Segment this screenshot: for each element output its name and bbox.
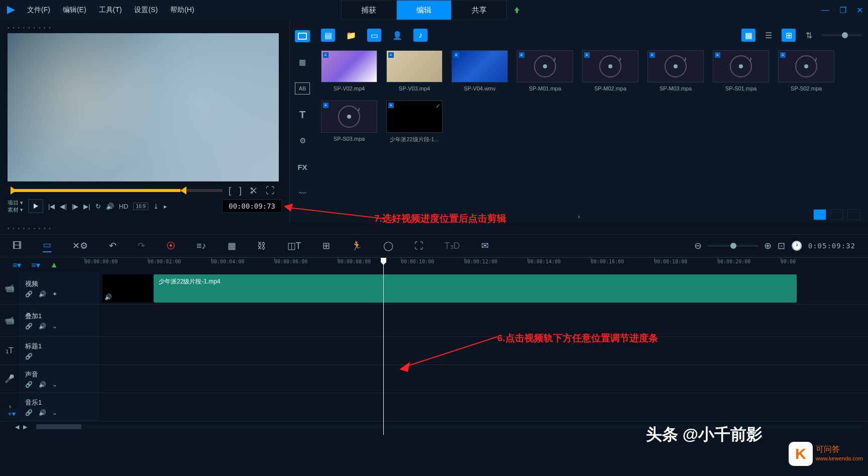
library-item[interactable]: ≡SP-S02.mpa — [778, 50, 834, 91]
track-expand-icon[interactable]: ⌄ — [52, 409, 57, 416]
thumb-zoom-slider[interactable] — [822, 34, 862, 36]
sidetab-fx-icon[interactable]: FX — [295, 161, 310, 173]
video-preview[interactable] — [8, 33, 279, 181]
track-voice-icon[interactable]: 🎤 — [0, 365, 19, 393]
sidetab-settings-icon[interactable]: ⚙ — [295, 135, 310, 147]
next-frame-icon[interactable]: |▶ — [72, 203, 78, 210]
mark-out-button[interactable]: ] — [237, 185, 244, 196]
go-end-icon[interactable]: ▶| — [83, 203, 90, 210]
library-item[interactable]: ≡SP-S01.mpa — [713, 50, 769, 91]
ruler-menu-1-icon[interactable]: ≡▾ — [13, 260, 21, 270]
more-icon[interactable]: ▸ — [164, 203, 167, 210]
record-icon[interactable]: ⦿ — [166, 241, 175, 251]
playhead[interactable] — [383, 258, 384, 435]
zoom-in-icon[interactable]: ⊕ — [764, 240, 772, 251]
sidetab-media-icon[interactable] — [295, 30, 310, 42]
scroll-right-icon[interactable]: ▶ — [23, 424, 27, 430]
ratio-toggle[interactable]: 16:9 — [133, 203, 148, 210]
folder-add-icon[interactable]: 📁 — [344, 29, 358, 42]
track-overlay-icon[interactable]: 📹 — [0, 305, 19, 336]
multi-view-icon[interactable]: ⊞ — [322, 240, 330, 251]
timeline-zoom-slider[interactable] — [708, 245, 758, 247]
library-item[interactable]: ≡SP-M02.mpa — [582, 50, 638, 91]
music-track-body[interactable] — [99, 393, 868, 421]
menu-help[interactable]: 帮助(H) — [170, 6, 194, 15]
subtitle-icon[interactable]: ◫T — [287, 240, 301, 251]
filter-audio-icon[interactable]: ♪ — [413, 29, 427, 42]
chain-icon[interactable]: ⛓ — [257, 241, 266, 251]
prev-frame-icon[interactable]: ◀| — [60, 203, 66, 210]
sidetab-text-icon[interactable]: T — [295, 109, 310, 121]
sort-icon[interactable]: ⇅ — [802, 29, 816, 42]
sidetab-path-icon[interactable]: 〰 — [295, 187, 310, 199]
track-title-icon[interactable]: ₁T — [0, 337, 19, 364]
time-ruler[interactable]: 00:00:00:0000:00:02:0000:00:04:0000:00:0… — [80, 257, 868, 272]
filter-image-icon[interactable]: 👤 — [390, 29, 404, 42]
mark-in-button[interactable]: [ — [227, 185, 233, 196]
sidetab-title-icon[interactable]: AB — [295, 82, 310, 94]
library-item[interactable]: ≡SP-M03.mpa — [647, 50, 704, 91]
redo-icon[interactable]: ↷ — [138, 240, 145, 251]
export-icon[interactable]: ⤓ — [153, 203, 159, 210]
project-menu[interactable]: 项目 ▾ — [8, 199, 23, 206]
multicam-icon[interactable]: ✉ — [481, 240, 489, 251]
sidetab-transition-icon[interactable]: ▦ — [295, 56, 310, 68]
storyboard-mode-icon[interactable]: 🎞 — [13, 241, 22, 251]
track-expand-icon[interactable]: ⌄ — [52, 323, 57, 330]
ruler-menu-2-icon[interactable]: ≡▾ — [31, 260, 40, 270]
library-item[interactable]: ≡SP-S03.mpa — [321, 101, 377, 143]
filter-video-icon[interactable]: ▭ — [367, 29, 381, 42]
folder-tree-icon[interactable]: ▤ — [321, 29, 335, 42]
track-expand-icon[interactable]: ⌄ — [52, 381, 57, 388]
scrubber-bar[interactable] — [12, 189, 223, 192]
play-button[interactable] — [28, 199, 43, 213]
split-scissor-icon[interactable] — [248, 186, 260, 195]
minimize-icon[interactable]: — — [821, 6, 829, 15]
upload-icon[interactable] — [507, 0, 527, 20]
panel-layout-1-icon[interactable] — [813, 209, 826, 220]
scroll-left-icon[interactable]: ◀ — [15, 424, 19, 430]
expand-icon[interactable]: ⛶ — [264, 185, 277, 196]
tab-edit[interactable]: 编辑 — [396, 0, 452, 20]
track-fx-icon[interactable]: ✦ — [52, 291, 57, 298]
material-menu[interactable]: 素材 ▾ — [8, 206, 23, 213]
track-mute-icon[interactable]: 🔊 — [39, 323, 46, 330]
timecode-display[interactable]: 00:00:09:73 — [222, 200, 282, 213]
video-clip[interactable]: 少年派22级片段-1.mp4 — [154, 274, 797, 303]
menu-file[interactable]: 文件(F) — [27, 6, 50, 15]
go-start-icon[interactable]: |◀ — [48, 203, 55, 210]
track-motion-icon[interactable]: ◯ — [383, 240, 393, 251]
view-thumb-icon[interactable]: ▦ — [741, 29, 755, 42]
panel-layout-2-icon[interactable] — [830, 209, 843, 220]
title-track-body[interactable] — [99, 337, 868, 364]
library-item[interactable]: ≡SP-V03.mp4 — [386, 50, 443, 91]
loop-icon[interactable]: ↻ — [95, 203, 101, 210]
menu-edit[interactable]: 编辑(E) — [63, 6, 86, 15]
track-mute-icon[interactable]: 🔊 — [39, 381, 46, 388]
clip-thumbnail[interactable] — [102, 274, 153, 303]
library-item[interactable]: ≡SP-V02.mp4 — [321, 50, 377, 91]
clock-icon[interactable]: 🕐 — [791, 240, 802, 251]
tab-capture[interactable]: 捕获 — [341, 0, 396, 20]
add-track-button[interactable]: +▾ — [4, 408, 19, 419]
track-link-icon[interactable]: 🔗 — [25, 323, 33, 330]
view-grid-icon[interactable]: ⊞ — [782, 29, 796, 42]
track-mute-icon[interactable]: 🔊 — [39, 409, 46, 416]
library-item[interactable]: ≡SP-M01.mpa — [517, 50, 573, 91]
library-item[interactable]: ≡✓少年派22级片段-1... — [386, 101, 443, 143]
voice-track-body[interactable] — [99, 365, 868, 393]
fit-icon[interactable]: ⊡ — [778, 240, 785, 251]
3d-title-icon[interactable]: T₃D — [445, 240, 460, 251]
zoom-out-icon[interactable]: ⊖ — [694, 240, 702, 251]
auto-music-icon[interactable]: ▦ — [228, 240, 236, 251]
panel-layout-3-icon[interactable] — [847, 209, 860, 220]
track-mute-icon[interactable]: 🔊 — [39, 291, 46, 298]
tools-icon[interactable]: ✕⚙ — [72, 240, 88, 251]
track-link-icon[interactable]: 🔗 — [25, 291, 33, 298]
menu-tool[interactable]: 工具(T) — [99, 6, 122, 15]
track-link-icon[interactable]: 🔗 — [25, 409, 33, 416]
track-video-icon[interactable]: 📹 — [0, 272, 19, 304]
menu-settings[interactable]: 设置(S) — [134, 6, 158, 15]
overlay-track-body[interactable] — [99, 305, 868, 336]
track-link-icon[interactable]: 🔗 — [25, 381, 33, 388]
